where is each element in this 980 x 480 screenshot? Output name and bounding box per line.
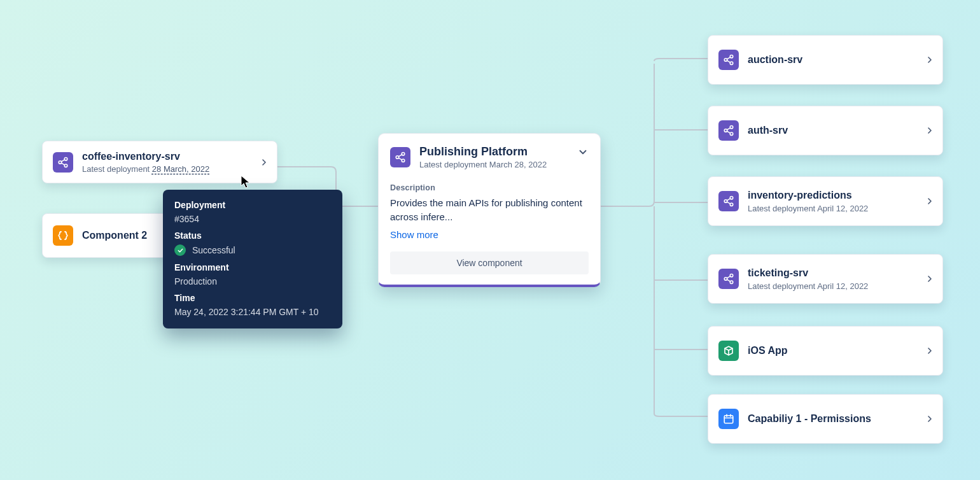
svg-line-14 — [727, 60, 730, 62]
node-title: ticketing-srv — [748, 267, 868, 279]
node-subtitle: Latest deployment April 12, 2022 — [748, 204, 868, 213]
tooltip-env-label: Environment — [174, 262, 331, 272]
node-component-2[interactable]: Component 2 — [42, 213, 169, 258]
svg-line-13 — [727, 57, 730, 59]
tooltip-deployment-label: Deployment — [174, 200, 331, 210]
deployment-tooltip: Deployment #3654 Status Successful Envir… — [163, 190, 342, 328]
chevron-right-icon — [925, 346, 935, 356]
description-text: Provides the main APIs for publishing co… — [390, 196, 589, 224]
svg-line-3 — [61, 159, 64, 161]
deployment-date-link[interactable]: 28 March, 2022 — [152, 164, 209, 174]
chevron-right-icon — [925, 55, 935, 65]
svg-line-4 — [61, 163, 64, 165]
node-title: coffee-inventory-srv — [82, 150, 209, 162]
node-coffee-inventory-srv[interactable]: coffee-inventory-srv Latest deployment 2… — [42, 141, 277, 183]
share-icon — [390, 147, 410, 167]
chevron-right-icon — [259, 157, 269, 167]
share-icon — [718, 120, 739, 141]
share-icon — [718, 50, 739, 70]
node-title: auth-srv — [748, 124, 788, 136]
node-ticketing-srv[interactable]: ticketing-srv Latest deployment April 12… — [708, 254, 943, 304]
show-more-link[interactable]: Show more — [390, 229, 589, 240]
tooltip-deployment-value: #3654 — [174, 214, 331, 224]
node-title: auction-srv — [748, 53, 802, 66]
svg-line-23 — [727, 199, 730, 201]
tooltip-env-value: Production — [174, 276, 331, 286]
svg-line-9 — [398, 158, 402, 160]
tooltip-time-value: May 24, 2022 3:21:44 PM GMT + 10 — [174, 307, 331, 317]
share-icon — [718, 191, 739, 211]
node-publishing-platform[interactable]: Publishing Platform Latest deployment Ma… — [378, 133, 601, 287]
node-title: inventory-predictions — [748, 189, 868, 201]
chevron-right-icon — [925, 196, 935, 206]
chevron-right-icon — [925, 414, 935, 424]
svg-line-19 — [727, 131, 730, 133]
dependency-graph: coffee-inventory-srv Latest deployment 2… — [0, 0, 980, 480]
node-title: Publishing Platform — [419, 145, 547, 159]
share-icon — [53, 152, 73, 173]
tooltip-status-label: Status — [174, 230, 331, 241]
app-icon — [718, 341, 739, 361]
description-label: Description — [390, 183, 589, 192]
svg-line-18 — [727, 128, 730, 130]
view-component-button[interactable]: View component — [390, 251, 589, 274]
node-title: Capabiliy 1 - Permissions — [748, 413, 871, 425]
node-inventory-predictions[interactable]: inventory-predictions Latest deployment … — [708, 176, 943, 226]
tooltip-status-value: Successful — [192, 245, 235, 255]
node-capability-permissions[interactable]: Capabiliy 1 - Permissions — [708, 394, 943, 444]
svg-line-28 — [727, 276, 730, 278]
node-title: iOS App — [748, 344, 788, 356]
node-title: Component 2 — [82, 229, 147, 241]
chevron-down-icon[interactable] — [577, 146, 589, 160]
share-icon — [718, 269, 739, 289]
svg-rect-30 — [724, 416, 733, 423]
node-subtitle: Latest deployment 28 March, 2022 — [82, 164, 209, 174]
node-subtitle: Latest deployment March 28, 2022 — [419, 160, 547, 169]
node-subtitle: Latest deployment April 12, 2022 — [748, 281, 868, 291]
svg-line-29 — [727, 279, 730, 281]
check-circle-icon — [174, 244, 186, 256]
code-icon — [53, 225, 73, 246]
svg-line-24 — [727, 202, 730, 204]
svg-line-8 — [398, 155, 402, 157]
node-auth-srv[interactable]: auth-srv — [708, 106, 943, 155]
node-ios-app[interactable]: iOS App — [708, 326, 943, 376]
node-auction-srv[interactable]: auction-srv — [708, 35, 943, 85]
chevron-right-icon — [925, 274, 935, 284]
calendar-icon — [718, 409, 739, 429]
tooltip-time-label: Time — [174, 293, 331, 303]
chevron-right-icon — [925, 125, 935, 136]
